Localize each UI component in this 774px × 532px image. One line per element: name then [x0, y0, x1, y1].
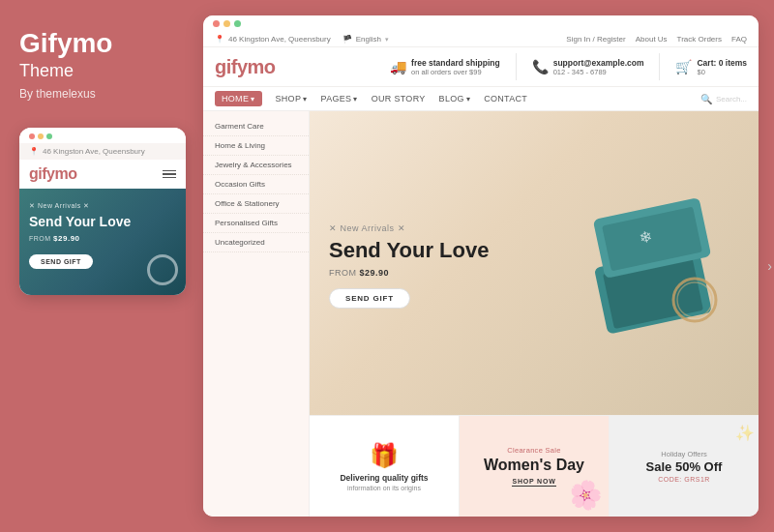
- mobile-top-bar: [19, 128, 186, 143]
- desktop-dot-green: [234, 20, 241, 27]
- promo-holiday-card: Holiday Offers Sale 50% Off CODE: GRS1R …: [610, 416, 759, 517]
- category-office[interactable]: Office & Stationery: [203, 194, 309, 214]
- nav-item-pages[interactable]: PAGES ▾: [321, 91, 358, 106]
- nav-item-blog[interactable]: BLOG ▾: [439, 91, 471, 106]
- hamburger-icon[interactable]: [163, 170, 176, 179]
- hero-price: $29.90: [360, 268, 390, 278]
- nav-item-home[interactable]: HOME ▾: [215, 91, 262, 106]
- mobile-hero-title: Send Your Love: [29, 214, 176, 230]
- desktop-dots: [213, 20, 241, 27]
- main-content: Garment Care Home & Living Jewelry & Acc…: [203, 111, 759, 517]
- brand-by: By themelexus: [19, 87, 184, 101]
- utility-right: Sign In / Register About Us Track Orders…: [566, 35, 747, 44]
- search-icon: 🔍: [700, 94, 712, 104]
- nav-item-shop[interactable]: SHOP ▾: [276, 91, 308, 106]
- cart-service[interactable]: 🛒 Cart: 0 items $0: [675, 58, 747, 76]
- phone-icon: 📞: [532, 59, 549, 74]
- nav-item-our-story[interactable]: OUR STORY: [372, 91, 426, 106]
- mobile-mockup: 📍 46 Kingston Ave, Queensbury gifymo ✕ N…: [19, 128, 186, 295]
- cart-label: Cart: 0 items: [697, 58, 747, 68]
- jewelry-box-svg: ❄: [542, 189, 735, 343]
- mobile-dot-red: [29, 133, 35, 139]
- phone-sub: 012 - 345 - 6789: [553, 68, 644, 76]
- header-services: 🚚 free standard shipping on all orders o…: [390, 53, 747, 80]
- desktop-dot-red: [213, 20, 220, 27]
- mobile-logo-bar: gifymo: [19, 160, 186, 189]
- brand-title: Gifymo: [19, 29, 184, 59]
- mobile-hero-price: $29.90: [53, 234, 79, 243]
- signin-link[interactable]: Sign In / Register: [566, 35, 625, 44]
- hero-image: ❄: [542, 189, 735, 343]
- search-placeholder[interactable]: Search...: [716, 95, 747, 103]
- service-divider-2: [659, 53, 660, 80]
- category-home-living[interactable]: Home & Living: [203, 136, 309, 156]
- brand-subtitle: Theme: [19, 61, 184, 81]
- hero-new-arrivals: ✕ New Arrivals ✕: [329, 223, 489, 233]
- category-personalised[interactable]: Personalised Gifts: [203, 214, 309, 233]
- mobile-logo: gifymo: [29, 165, 76, 183]
- hero-from-price: FROM $29.90: [329, 268, 489, 278]
- desktop-mockup: 📍 46 Kingston Ave, Queensbury 🏴 English …: [203, 15, 759, 517]
- category-uncategorized[interactable]: Uncategorized: [203, 233, 309, 252]
- left-panel: Gifymo Theme By themelexus 📍 46 Kingston…: [0, 0, 203, 532]
- holiday-title: Sale 50% Off: [646, 460, 723, 474]
- womens-day-title: Women's Day: [484, 457, 584, 474]
- category-dropdown: Garment Care Home & Living Jewelry & Acc…: [203, 111, 310, 517]
- chevron-down-icon: ▾: [466, 95, 470, 103]
- navigation-bar: HOME ▾ SHOP ▾ PAGES ▾ OUR STORY BLOG ▾ C…: [203, 87, 759, 111]
- hero-area: ✕ New Arrivals ✕ Send Your Love FROM $29…: [310, 111, 759, 517]
- hero-title: Send Your Love: [329, 239, 489, 262]
- utility-bar: 📍 46 Kingston Ave, Queensbury 🏴 English …: [203, 32, 759, 47]
- desktop-top-bar: [203, 15, 759, 32]
- about-link[interactable]: About Us: [636, 35, 668, 44]
- promo-delivery-title: Delivering quality gifts: [340, 473, 428, 483]
- shipping-service: 🚚 free standard shipping on all orders o…: [390, 58, 500, 76]
- utility-location: 46 Kingston Ave, Queensbury: [228, 35, 331, 44]
- nav-item-contact[interactable]: CONTACT: [484, 91, 527, 106]
- utility-left: 📍 46 Kingston Ave, Queensbury 🏴 English …: [215, 35, 389, 44]
- sparkle-decoration: ✨: [735, 424, 755, 442]
- phone-service: 📞 support@example.com 012 - 345 - 6789: [532, 58, 644, 76]
- mobile-bracelet-decoration: [143, 251, 182, 289]
- utility-language: English: [356, 35, 381, 44]
- mobile-hero-from: FROM $29.90: [29, 234, 176, 243]
- holiday-code: CODE: GRS1R: [658, 476, 710, 483]
- category-occasion-gifts[interactable]: Occasion Gifts: [203, 175, 309, 194]
- category-jewelry[interactable]: Jewelry & Accessories: [203, 156, 309, 175]
- desktop-dot-yellow: [223, 20, 230, 27]
- search-bar: 🔍 Search...: [700, 94, 747, 104]
- gift-icon: 🎁: [370, 442, 399, 469]
- header-logo[interactable]: gifymo: [215, 56, 276, 78]
- pin-icon: 📍: [29, 147, 39, 156]
- promo-womens-day-card: Clearance Sale Women's Day SHOP NOW 🌸: [460, 416, 610, 517]
- promo-delivery-subtitle: information on its origins: [347, 485, 421, 491]
- promo-delivery-card: 🎁 Delivering quality gifts information o…: [310, 416, 460, 517]
- service-divider-1: [516, 53, 517, 80]
- hero-send-gift-button[interactable]: SEND GIFT: [329, 288, 410, 309]
- chevron-down-icon: ▾: [251, 95, 254, 103]
- site-header: gifymo 🚚 free standard shipping on all o…: [203, 47, 759, 87]
- mobile-send-gift-button[interactable]: SEND GIFT: [29, 254, 93, 269]
- mobile-location-text: 46 Kingston Ave, Queensbury: [43, 147, 145, 156]
- faq-link[interactable]: FAQ: [731, 35, 747, 44]
- promo-section: 🎁 Delivering quality gifts information o…: [310, 415, 759, 517]
- mobile-dot-yellow: [38, 133, 44, 139]
- hero-text: ✕ New Arrivals ✕ Send Your Love FROM $29…: [329, 223, 489, 309]
- chevron-down-icon: ▾: [303, 95, 307, 103]
- womens-sale-label: Clearance Sale: [507, 446, 560, 455]
- truck-icon: 🚚: [390, 59, 406, 74]
- chevron-down-icon: ▾: [385, 36, 389, 44]
- mobile-dots: [29, 133, 52, 139]
- chevron-down-icon: ▾: [353, 95, 357, 103]
- shop-now-button[interactable]: SHOP NOW: [512, 478, 555, 487]
- cart-icon: 🛒: [675, 59, 692, 74]
- cart-amount: $0: [697, 68, 747, 76]
- track-link[interactable]: Track Orders: [677, 35, 722, 44]
- mobile-location-bar: 📍 46 Kingston Ave, Queensbury: [19, 143, 186, 160]
- mobile-hero-section: ✕ New Arrivals ✕ Send Your Love FROM $29…: [19, 189, 186, 295]
- holiday-tag: Holiday Offers: [661, 450, 706, 458]
- pin-icon-desktop: 📍: [215, 35, 224, 44]
- hero-banner: ✕ New Arrivals ✕ Send Your Love FROM $29…: [310, 111, 759, 415]
- flag-icon: 🏴: [342, 35, 352, 44]
- category-garment-care[interactable]: Garment Care: [203, 117, 309, 136]
